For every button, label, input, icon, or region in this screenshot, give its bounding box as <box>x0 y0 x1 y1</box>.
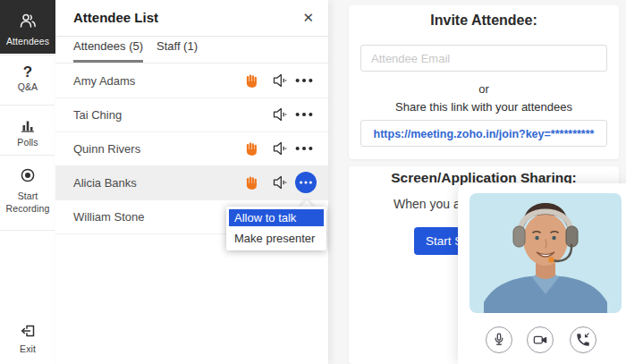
panel-header: Attendee List ✕ <box>55 0 328 37</box>
raised-hand-icon <box>244 72 260 89</box>
speaker-icon[interactable] <box>272 106 290 123</box>
call-controls <box>458 326 626 357</box>
share-link[interactable]: https://meeting.zoho.in/join?key=*******… <box>374 128 595 140</box>
menu-item-allow-to-talk[interactable]: Allow to talk <box>229 209 324 226</box>
sidebar-item-exit[interactable]: Exit <box>0 318 55 363</box>
menu-item-make-presenter[interactable]: Make presenter <box>226 229 326 248</box>
question-mark-icon: ? <box>0 63 55 81</box>
more-options-icon[interactable] <box>294 145 314 152</box>
more-options-icon[interactable] <box>294 111 314 118</box>
tab-attendees[interactable]: Attendees (5) <box>73 36 143 63</box>
sidebar-item-label: Q&A <box>0 81 55 92</box>
sidebar-item-label: Exit <box>0 343 55 354</box>
raised-hand-icon <box>244 174 260 190</box>
attendee-list-panel: Attendee List ✕ Attendees (5) Staff (1) … <box>55 0 328 364</box>
sidebar-item-label: Start Recording <box>4 190 51 215</box>
attendee-name: Tai Ching <box>73 108 122 122</box>
record-icon <box>19 166 37 184</box>
close-icon[interactable]: ✕ <box>299 8 317 28</box>
attendee-context-menu: Allow to talk Make presenter <box>226 207 326 250</box>
more-options-dots <box>299 180 313 185</box>
more-options-active-icon[interactable] <box>295 172 317 193</box>
sidebar-item-qa[interactable]: ? Q&A <box>0 55 55 105</box>
microphone-icon[interactable] <box>486 326 512 353</box>
sidebar-item-polls[interactable]: Polls <box>0 106 55 154</box>
sidebar: Attendees ? Q&A Polls Start Recording <box>0 0 56 364</box>
speaker-icon[interactable] <box>272 72 290 89</box>
sidebar-item-label: Polls <box>0 137 55 148</box>
attendee-row[interactable]: Quinn Rivers <box>55 131 328 166</box>
tab-staff[interactable]: Staff (1) <box>156 36 198 60</box>
attendee-email-input[interactable] <box>360 45 607 72</box>
invite-heading: Invite Attendee: <box>349 13 619 29</box>
sidebar-divider <box>0 230 55 231</box>
sidebar-item-label: Attendees <box>0 36 55 47</box>
attendee-row-selected[interactable]: Alicia Banks <box>55 165 328 200</box>
share-link-box: https://meeting.zoho.in/join?key=*******… <box>360 120 607 147</box>
attendee-tabs: Attendees (5) Staff (1) <box>55 36 328 63</box>
webcam-video-thumbnail <box>470 193 622 313</box>
attendee-row[interactable]: Amy Adams <box>55 63 328 98</box>
attendees-icon <box>18 12 38 30</box>
raised-hand-icon <box>244 140 260 157</box>
attendee-row[interactable]: Tai Ching <box>55 97 328 132</box>
exit-icon <box>19 322 37 340</box>
self-video-card <box>458 183 626 364</box>
presenter-video-image <box>470 193 622 313</box>
more-options-icon[interactable] <box>294 77 314 84</box>
panel-title: Attendee List <box>73 10 158 25</box>
camera-icon[interactable] <box>527 326 554 353</box>
attendee-name: Alicia Banks <box>73 176 137 190</box>
share-link-label: Share this link with your attendees <box>349 100 619 114</box>
speaker-icon[interactable] <box>272 140 290 157</box>
or-label: or <box>349 82 619 96</box>
invite-attendee-card: Invite Attendee: or Share this link with… <box>349 5 619 159</box>
speaker-icon[interactable] <box>272 174 290 190</box>
polls-icon <box>19 117 37 133</box>
sidebar-item-start-recording[interactable]: Start Recording <box>0 156 55 229</box>
attendee-name: William Stone <box>73 210 144 224</box>
sidebar-item-attendees[interactable]: Attendees <box>0 0 55 54</box>
phone-icon[interactable] <box>570 326 596 353</box>
attendee-name: Quinn Rivers <box>73 142 140 156</box>
attendee-name: Amy Adams <box>73 74 135 88</box>
